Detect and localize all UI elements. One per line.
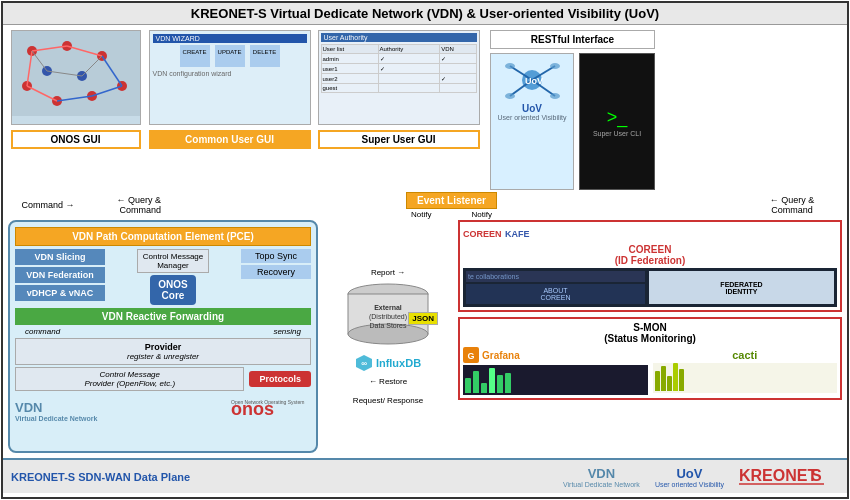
svg-point-28	[550, 93, 560, 99]
right-col: COREEN KAFE COREEN (ID Federation) te co…	[458, 220, 842, 453]
topo-sync-box: Topo Sync	[241, 249, 311, 263]
pce-box: VDN Path Computation Element (PCE)	[15, 227, 311, 246]
onos-logo: onos Open Network Operating System	[231, 395, 311, 422]
register-label: register & unregister	[21, 352, 305, 361]
event-listener-bar: Event Listener	[406, 192, 497, 209]
notify-right: Notify	[472, 210, 492, 219]
content-area: ONOS GUI VDN WIZARD CREATE UPDATE DELETE…	[3, 25, 847, 493]
uov-sub-label: User oriented Visibility	[497, 114, 566, 121]
smon-section: S-MON (Status Monitoring) G Grafana	[458, 317, 842, 400]
svg-text:Data Stores: Data Stores	[370, 322, 407, 329]
bottom-section: KREONET-S SDN-WAN Data Plane VDN Virtual…	[3, 458, 847, 493]
restful-box: RESTful Interface	[490, 30, 655, 49]
svg-text:KAFE: KAFE	[505, 229, 530, 239]
control-msg-provider: Control Message Provider (OpenFlow, etc.…	[15, 367, 244, 391]
svg-point-26	[550, 63, 560, 69]
query-command-left: ← Query & Command	[91, 195, 161, 215]
command-label: Command →	[8, 200, 88, 210]
cacti-label: cacti	[653, 349, 838, 361]
sdnwan-label: KREONET-S SDN-WAN Data Plane	[11, 471, 190, 483]
common-gui-label: Common User GUI	[149, 130, 311, 149]
vdn-middle-row: VDN Slicing VDN Federation vDHCP & vNAC …	[15, 249, 311, 305]
super-cli-label: Super User CLI	[593, 130, 641, 137]
vdn-federation: VDN Federation	[15, 267, 105, 283]
vdn-right-col: Topo Sync Recovery	[241, 249, 311, 279]
vdn-section: VDN Path Computation Element (PCE) VDN S…	[8, 220, 318, 453]
svg-text:External: External	[374, 304, 402, 311]
coreen-label: COREEN (ID Federation)	[463, 244, 837, 266]
sensing-italic: sensing	[273, 327, 301, 336]
middle-section: VDN Path Computation Element (PCE) VDN S…	[3, 220, 847, 458]
restore-label: ← Restore	[369, 377, 407, 386]
svg-text:COREEN: COREEN	[463, 229, 502, 239]
svg-text:Open Network Operating System: Open Network Operating System	[231, 399, 304, 405]
query-command-right: ← Query & Command	[742, 195, 842, 215]
kreonet-logo: KREONET S	[739, 463, 839, 490]
notify-left: Notify	[411, 210, 431, 219]
svg-text:S: S	[811, 467, 822, 484]
vdn-slicing: VDN Slicing	[15, 249, 105, 265]
onos-gui-panel: ONOS GUI	[8, 30, 143, 190]
cli-prompt-icon: >_	[607, 107, 628, 128]
request-response-label: Request/ Response	[353, 396, 423, 405]
uov-main-label: UoV	[522, 103, 542, 114]
svg-text:UoV: UoV	[525, 76, 543, 86]
svg-point-27	[505, 93, 515, 99]
onos-core-box: ONOS Core	[150, 275, 195, 305]
influxdb-area: ∞ InfluxDB	[355, 354, 421, 372]
protocols-box: Protocols	[249, 371, 311, 387]
coreen-collab: te collaborations	[466, 271, 645, 282]
command-italic: command	[25, 327, 60, 336]
main-container: KREONET-S Virtual Dedicate Network (VDN)…	[1, 1, 849, 499]
middle-col: Report → External (Distributed) Data Sto…	[323, 220, 453, 453]
about-coreen: ABOUT COREEN	[466, 284, 645, 304]
reactive-box: VDN Reactive Forwarding	[15, 308, 311, 325]
svg-point-25	[505, 63, 515, 69]
report-label: Report →	[371, 268, 405, 277]
vdn-left-col: VDN Slicing VDN Federation vDHCP & vNAC	[15, 249, 105, 301]
main-title: KREONET-S Virtual Dedicate Network (VDN)…	[3, 3, 847, 25]
uov-bottom-logo: UoV User oriented Visibility	[655, 466, 724, 488]
influxdb-label: InfluxDB	[376, 357, 421, 369]
vdn-main-label: VDN Virtual Dedicate Network	[15, 400, 97, 422]
restful-label: RESTful Interface	[531, 34, 614, 45]
grafana-label: Grafana	[482, 350, 520, 361]
coreen-section: COREEN KAFE COREEN (ID Federation) te co…	[458, 220, 842, 312]
federated-identity: FEDERATED IDENTITY	[649, 271, 834, 304]
common-gui-panel: VDN WIZARD CREATE UPDATE DELETE VDN conf…	[147, 30, 312, 190]
super-gui-label: Super User GUI	[318, 130, 480, 149]
vdn-center-col: Control Message Manager ONOS Core	[109, 249, 237, 305]
bottom-logos: VDN Virtual Dedicate Network UoV User or…	[563, 463, 839, 490]
svg-text:(Distributed): (Distributed)	[369, 313, 407, 321]
control-msg-box: Control Message Manager	[137, 249, 209, 273]
provider-box: Provider register & unregister	[15, 338, 311, 365]
recovery-box: Recovery	[241, 265, 311, 279]
svg-text:G: G	[467, 351, 474, 361]
json-badge: JSON	[408, 312, 438, 325]
vdn-bottom-logo: VDN Virtual Dedicate Network	[563, 466, 640, 488]
onos-gui-label: ONOS GUI	[11, 130, 141, 149]
svg-text:KREONET: KREONET	[739, 467, 817, 484]
svg-rect-0	[12, 31, 140, 116]
svg-text:∞: ∞	[361, 359, 367, 368]
super-gui-panel: User Authority User list Authority VDN a…	[316, 30, 481, 190]
smon-label: S-MON (Status Monitoring)	[463, 322, 837, 344]
vdhcp-vnac: vDHCP & vNAC	[15, 285, 105, 301]
